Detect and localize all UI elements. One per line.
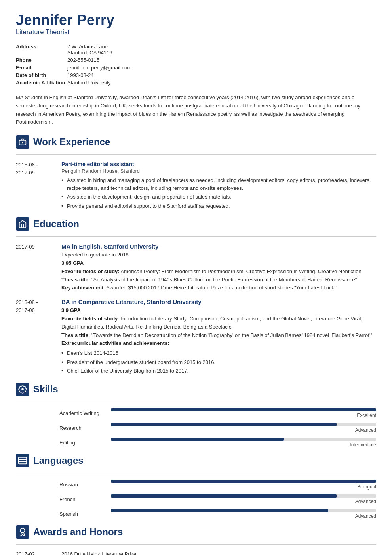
edu-date-0: 2017-09 bbox=[16, 243, 53, 292]
awards-icon bbox=[16, 525, 29, 539]
skill-item-0: Academic Writing Excellent bbox=[59, 408, 376, 418]
languages-list: Russian Billingual French Advanced Spani… bbox=[16, 480, 376, 519]
skill-item-2: Editing Intermediate bbox=[59, 438, 376, 448]
edu-bullet-1-0: Dean's List 2014-2016 bbox=[61, 349, 376, 357]
skills-section-title: Skills bbox=[33, 384, 58, 395]
address-label: Address bbox=[16, 43, 67, 56]
work-icon bbox=[16, 135, 29, 149]
lang-name-0: Russian bbox=[59, 482, 111, 488]
skill-bar-fill-1 bbox=[111, 423, 337, 426]
email-label: E-mail bbox=[16, 64, 67, 71]
edu-bullets-1: Dean's List 2014-2016 President of the u… bbox=[61, 349, 376, 375]
candidate-title: Literature Theorist bbox=[16, 29, 376, 36]
award-item-0: 2017-02 2016 Drue Heinz Literature Prize bbox=[16, 551, 376, 555]
languages-section-title: Languages bbox=[33, 455, 84, 466]
edu-bullet-1-2: Chief Editor of the University Blog from… bbox=[61, 367, 376, 375]
education-icon bbox=[16, 217, 29, 231]
skills-section-header: Skills bbox=[16, 383, 376, 396]
lang-bar-fill-0 bbox=[111, 480, 376, 483]
skill-name-0: Academic Writing bbox=[59, 410, 111, 416]
lang-level-2: Advanced bbox=[355, 513, 376, 519]
lang-bar-track-0 bbox=[111, 480, 376, 483]
skill-bar-track-1 bbox=[111, 423, 376, 426]
education-section-header: Education bbox=[16, 217, 376, 231]
skill-bar-container-1: Advanced bbox=[111, 423, 376, 433]
edu-item-0: 2017-09 MA in English, Stanford Universi… bbox=[16, 243, 376, 292]
svg-rect-4 bbox=[19, 457, 27, 464]
edu-details-0: Expected to graduate in 2018 3.95 GPA Fa… bbox=[61, 251, 376, 292]
skill-item-1: Research Advanced bbox=[59, 423, 376, 433]
education-section-title: Education bbox=[33, 218, 79, 230]
edu-degree-1: BA in Comparative Litarature, Stanford U… bbox=[61, 299, 376, 305]
candidate-name: Jennifer Perry bbox=[16, 12, 376, 29]
edu-content-1: BA in Comparative Litarature, Stanford U… bbox=[61, 299, 376, 376]
edu-details-1: 3.9 GPA Favorite fields of study: Introd… bbox=[61, 306, 376, 348]
languages-section-header: Languages bbox=[16, 454, 376, 467]
lang-item-0: Russian Billingual bbox=[59, 480, 376, 490]
lang-level-1: Advanced bbox=[355, 499, 376, 504]
work-section-header: Work Experience bbox=[16, 135, 376, 149]
edu-degree-0: MA in English, Stanford University bbox=[61, 243, 376, 250]
work-bullet-0-0: Assisted in hiring and managing a pool o… bbox=[61, 176, 376, 192]
lang-level-0: Billingual bbox=[357, 484, 376, 490]
awards-section-header: Awards and Honors bbox=[16, 525, 376, 539]
awards-list: 2017-02 2016 Drue Heinz Literature Prize… bbox=[16, 551, 376, 555]
lang-bar-fill-2 bbox=[111, 509, 328, 512]
phone-value: 202-555-0115 bbox=[67, 56, 131, 64]
award-desc-0: 2016 Drue Heinz Literature Prize bbox=[61, 551, 136, 555]
address-value: 7 W. Adams Lane Stanford, CA 94116 bbox=[67, 43, 131, 56]
skill-bar-track-0 bbox=[111, 408, 376, 411]
education-list: 2017-09 MA in English, Stanford Universi… bbox=[16, 243, 376, 376]
skill-level-0: Excellent bbox=[357, 413, 376, 418]
lang-name-2: Spanish bbox=[59, 511, 111, 517]
award-date-0: 2017-02 bbox=[16, 551, 53, 555]
lang-bar-container-2: Advanced bbox=[111, 509, 376, 519]
lang-bar-track-2 bbox=[111, 509, 376, 512]
skill-bar-container-0: Excellent bbox=[111, 408, 376, 418]
skill-bar-track-2 bbox=[111, 438, 376, 441]
affiliation-label: Academic Affiliation bbox=[16, 79, 67, 86]
work-job-title-0: Part-time editorial assistant bbox=[61, 161, 376, 167]
skill-name-1: Research bbox=[59, 425, 111, 431]
lang-bar-container-1: Advanced bbox=[111, 494, 376, 504]
work-section-title: Work Experience bbox=[33, 136, 110, 147]
work-experience-list: 2015-06 -2017-09 Part-time editorial ass… bbox=[16, 161, 376, 211]
skills-list: Academic Writing Excellent Research Adva… bbox=[16, 408, 376, 448]
phone-label: Phone bbox=[16, 56, 67, 64]
affiliation-value: Stanford University bbox=[67, 79, 131, 86]
edu-bullet-1-1: President of the undergraduate student b… bbox=[61, 358, 376, 366]
email-value: jennifer.m.perry@gmail.com bbox=[67, 64, 131, 71]
work-bullet-0-1: Assisted in the development, design, and… bbox=[61, 193, 376, 201]
lang-bar-track-1 bbox=[111, 494, 376, 498]
lang-item-1: French Advanced bbox=[59, 494, 376, 504]
work-bullets-0: Assisted in hiring and managing a pool o… bbox=[61, 176, 376, 210]
lang-item-2: Spanish Advanced bbox=[59, 509, 376, 519]
work-date-0: 2015-06 -2017-09 bbox=[16, 161, 53, 211]
contact-table: Address 7 W. Adams Lane Stanford, CA 941… bbox=[16, 43, 131, 86]
svg-point-3 bbox=[21, 388, 24, 390]
lang-name-1: French bbox=[59, 496, 111, 502]
edu-content-0: MA in English, Stanford University Expec… bbox=[61, 243, 376, 292]
svg-point-7 bbox=[21, 528, 25, 532]
skills-icon bbox=[16, 383, 29, 396]
work-bullet-0-2: Provide general and editorial support to… bbox=[61, 202, 376, 210]
dob-label: Date of birth bbox=[16, 71, 67, 79]
lang-bar-container-0: Billingual bbox=[111, 480, 376, 490]
skill-bar-fill-2 bbox=[111, 438, 284, 441]
work-company-0: Penguin Random House, Stanford bbox=[61, 168, 376, 174]
edu-item-1: 2013-08 -2017-06 BA in Comparative Litar… bbox=[16, 299, 376, 376]
dob-value: 1993-03-24 bbox=[67, 71, 131, 79]
skill-level-2: Intermediate bbox=[350, 442, 376, 448]
edu-date-1: 2013-08 -2017-06 bbox=[16, 299, 53, 376]
lang-bar-fill-1 bbox=[111, 494, 337, 498]
awards-section-title: Awards and Honors bbox=[33, 526, 123, 538]
work-content-0: Part-time editorial assistant Penguin Ra… bbox=[61, 161, 376, 211]
summary-text: MA Student in English at Stanford Univer… bbox=[16, 94, 376, 126]
skill-name-2: Editing bbox=[59, 440, 111, 446]
work-item-0: 2015-06 -2017-09 Part-time editorial ass… bbox=[16, 161, 376, 211]
skill-bar-container-2: Intermediate bbox=[111, 438, 376, 448]
skill-level-1: Advanced bbox=[355, 427, 376, 433]
skill-bar-fill-0 bbox=[111, 408, 376, 411]
languages-icon bbox=[16, 454, 29, 467]
